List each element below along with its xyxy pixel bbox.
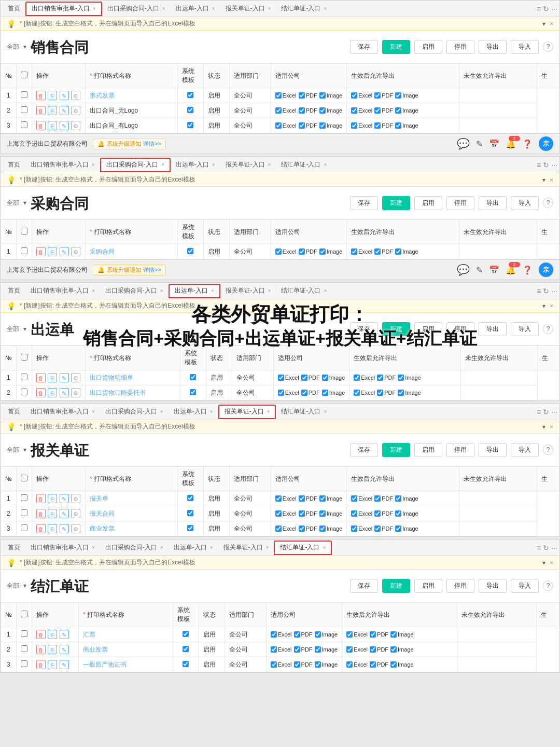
sys-check-4-3[interactable] [187, 525, 193, 531]
menu-icon-4[interactable]: ≡ [537, 408, 541, 416]
chk-pdf-b-5-2[interactable] [370, 646, 376, 653]
op-delete-1-2[interactable]: 🗑 [36, 106, 46, 115]
chk-img-b-1-1[interactable] [395, 92, 401, 99]
upgrade-detail-2[interactable]: 详情>> [143, 266, 161, 274]
op-copy-4-1[interactable]: ⎘ [48, 494, 57, 503]
tab-set-2[interactable]: 结汇单证-入口 × [276, 158, 332, 172]
tab-sales-contract[interactable]: 出口销售审批单-入口 × [25, 2, 102, 16]
op-gear-1-3[interactable]: ⚙ [71, 121, 80, 130]
chk-excel-b-1-3[interactable] [351, 122, 357, 129]
more-icon-1[interactable]: ··· [551, 5, 557, 13]
filter-dropdown-icon-4[interactable]: ▾ [23, 446, 26, 453]
tab-s2-5[interactable]: 出口采购合同-入口 × [100, 541, 169, 555]
close-shipping-3[interactable]: × [211, 288, 214, 294]
btn-disable-3[interactable]: 停用 [446, 322, 474, 336]
bell-icon-2[interactable]: 🔔 [506, 265, 516, 275]
tab-s1-5[interactable]: 出口销售审批单-入口 × [25, 541, 100, 555]
close-cust-3[interactable]: × [268, 288, 271, 294]
op-edit-5-3[interactable]: ✎ [60, 660, 69, 669]
tab-s4-5[interactable]: 报关单证-入口 × [218, 541, 274, 555]
op-delete-3-2[interactable]: 🗑 [36, 388, 46, 397]
sys-check-5-2[interactable] [183, 646, 189, 652]
op-gear-3-2[interactable]: ⚙ [71, 388, 80, 397]
op-copy-5-3[interactable]: ⎘ [48, 660, 57, 669]
chk-excel-a-1-2[interactable] [275, 107, 282, 114]
close-s1-5[interactable]: × [92, 545, 95, 550]
chk-pdf-a-2-1[interactable] [299, 248, 305, 255]
op-edit-5-1[interactable]: ✎ [60, 630, 69, 639]
notice-dropdown-4[interactable]: ▾ [542, 423, 545, 431]
btn-import-1[interactable]: 导入 [511, 40, 539, 54]
tab-home-1[interactable]: 首页 [3, 2, 25, 16]
op-copy-1-1[interactable]: ⎘ [48, 91, 57, 100]
chk-excel-a-5-1[interactable] [271, 631, 277, 638]
chk-excel-b-5-3[interactable] [346, 661, 353, 668]
chk-excel-b-1-2[interactable] [351, 107, 357, 114]
chk-excel-b-4-2[interactable] [351, 510, 357, 517]
more-icon-4[interactable]: ··· [551, 408, 557, 416]
whatsapp-icon-2[interactable]: 💬 [457, 264, 470, 276]
op-edit-2-1[interactable]: ✎ [60, 247, 69, 256]
calendar-icon-1[interactable]: 📅 [489, 139, 499, 149]
tab-sales-close[interactable]: × [93, 6, 96, 11]
op-gear-2-1[interactable]: ⚙ [71, 247, 80, 256]
edit-icon-2[interactable]: ✎ [476, 265, 483, 275]
op-copy-1-2[interactable]: ⎘ [48, 106, 57, 115]
tab-s1-4[interactable]: 出口销售审批单-入口 × [25, 405, 100, 419]
notice-dropdown-5[interactable]: ▾ [542, 559, 545, 566]
help-icon-1[interactable]: ? [543, 42, 553, 52]
chk-pdf-a-4-3[interactable] [299, 525, 305, 532]
chk-pdf-b-1-3[interactable] [374, 122, 381, 129]
help-icon-4[interactable]: ? [543, 445, 553, 455]
sys-check-1-3[interactable] [187, 122, 193, 128]
chk-img-b-3-1[interactable] [398, 375, 404, 381]
chk-img-a-1-3[interactable] [319, 122, 326, 129]
refresh-icon-4[interactable]: ↻ [543, 408, 549, 416]
more-icon-3[interactable]: ··· [551, 287, 557, 295]
btn-enable-2[interactable]: 启用 [414, 196, 442, 210]
op-copy-3-1[interactable]: ⎘ [48, 373, 57, 382]
op-edit-1-3[interactable]: ✎ [60, 121, 69, 130]
chk-pdf-a-5-1[interactable] [294, 631, 300, 638]
tab-purchase-1[interactable]: 出口采购合同-入口 × [102, 2, 171, 16]
tab-s3-4[interactable]: 出运单-入口 × [169, 405, 218, 419]
op-edit-3-2[interactable]: ✎ [60, 388, 69, 397]
close-ship-2[interactable]: × [212, 162, 215, 168]
tab-cust-3[interactable]: 报关单证-入口 × [220, 284, 276, 298]
btn-save-5[interactable]: 保存 [350, 579, 378, 593]
op-delete-5-3[interactable]: 🗑 [36, 660, 46, 669]
chk-pdf-a-1-1[interactable] [299, 92, 305, 99]
close-customs-4[interactable]: × [267, 409, 270, 414]
op-edit-1-2[interactable]: ✎ [60, 106, 69, 115]
sys-check-1-1[interactable] [187, 92, 193, 98]
btn-import-3[interactable]: 导入 [511, 322, 539, 336]
op-delete-1-3[interactable]: 🗑 [36, 121, 46, 130]
op-edit-3-1[interactable]: ✎ [60, 373, 69, 382]
chk-pdf-a-5-2[interactable] [294, 646, 300, 653]
op-copy-2-1[interactable]: ⎘ [48, 247, 57, 256]
close-s2-3[interactable]: × [160, 288, 163, 294]
row-check-2-1[interactable] [21, 247, 27, 254]
check-all-1[interactable] [21, 72, 27, 78]
filter-dropdown-icon-1[interactable]: ▾ [23, 43, 26, 50]
notice-close-4[interactable]: × [550, 423, 553, 431]
chk-excel-a-3-2[interactable] [278, 390, 284, 396]
op-copy-3-2[interactable]: ⎘ [48, 388, 57, 397]
btn-save-2[interactable]: 保存 [350, 196, 378, 210]
chk-excel-b-4-1[interactable] [351, 495, 357, 502]
calendar-icon-2[interactable]: 📅 [489, 265, 499, 275]
check-all-4[interactable] [21, 475, 27, 481]
bell-icon-1[interactable]: 🔔 [506, 139, 516, 149]
refresh-icon-2[interactable]: ↻ [543, 161, 549, 169]
chk-img-b-2-1[interactable] [395, 248, 401, 255]
chk-img-a-4-3[interactable] [319, 525, 326, 532]
close-s2-4[interactable]: × [160, 409, 163, 414]
tab-s1-2[interactable]: 出口销售审批单-入口 × [25, 158, 100, 172]
row-check-3-2[interactable] [21, 389, 27, 395]
op-edit-4-3[interactable]: ✎ [60, 524, 69, 533]
tab-customs-1[interactable]: 报关单证-入口 × [220, 2, 276, 16]
close-s4-5[interactable]: × [266, 545, 269, 550]
filter-dropdown-icon-3[interactable]: ▾ [23, 325, 26, 333]
op-edit-4-1[interactable]: ✎ [60, 494, 69, 503]
chk-excel-a-4-2[interactable] [275, 510, 282, 517]
